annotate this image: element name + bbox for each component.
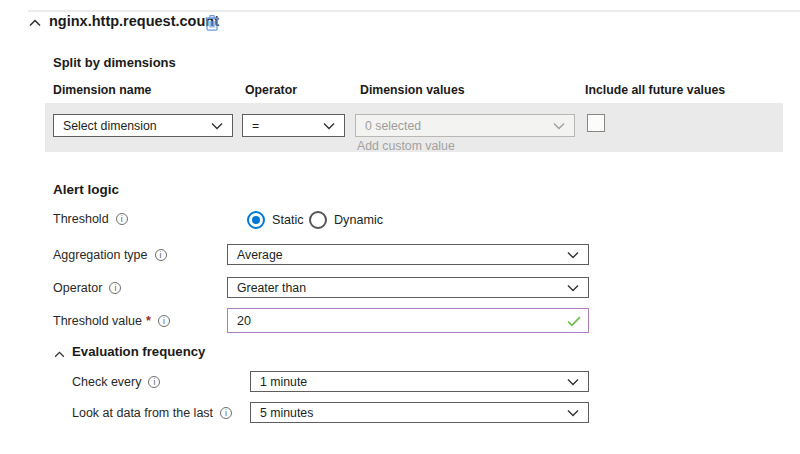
dimension-operator-dropdown[interactable]: = <box>242 114 345 137</box>
chevron-down-icon <box>567 378 579 386</box>
dimension-name-dropdown-value: Select dimension <box>63 119 205 133</box>
chevron-up-icon <box>54 351 65 358</box>
chevron-down-icon <box>567 409 579 417</box>
column-header-dimension-values: Dimension values <box>360 83 465 97</box>
collapse-evaluation-frequency-button[interactable] <box>52 349 66 359</box>
info-icon[interactable]: i <box>116 213 128 225</box>
info-icon[interactable]: i <box>220 407 232 419</box>
dimension-values-dropdown-value: 0 selected <box>365 119 547 133</box>
dimension-name-dropdown[interactable]: Select dimension <box>53 114 233 137</box>
info-icon[interactable]: i <box>109 282 121 294</box>
dimension-values-dropdown[interactable]: 0 selected <box>355 114 575 137</box>
alert-logic-heading: Alert logic <box>53 182 119 197</box>
chevron-down-icon <box>553 122 565 130</box>
dimension-operator-dropdown-value: = <box>252 119 317 133</box>
chevron-down-icon <box>211 122 223 130</box>
aggregation-type-dropdown[interactable]: Average <box>227 244 589 265</box>
aggregation-type-label: Aggregation type i <box>53 248 167 262</box>
info-icon[interactable]: i <box>155 249 167 261</box>
threshold-dynamic-label[interactable]: Dynamic <box>334 213 383 227</box>
lookback-label: Look at data from the last i <box>72 406 232 420</box>
column-header-operator: Operator <box>245 83 297 97</box>
add-custom-value-link[interactable]: Add custom value <box>357 139 455 153</box>
threshold-label: Threshold i <box>53 212 128 226</box>
chevron-up-icon <box>29 19 41 27</box>
check-every-dropdown-value: 1 minute <box>260 375 561 389</box>
lookback-dropdown-value: 5 minutes <box>260 406 561 420</box>
info-icon[interactable]: i <box>158 315 170 327</box>
threshold-dynamic-radio[interactable] <box>309 211 327 229</box>
evaluation-frequency-heading: Evaluation frequency <box>72 344 205 359</box>
column-header-dimension-name: Dimension name <box>53 83 151 97</box>
operator-dropdown[interactable]: Greater than <box>227 277 589 298</box>
chevron-down-icon <box>323 122 335 130</box>
operator-dropdown-value: Greater than <box>237 281 561 295</box>
operator-label: Operator i <box>53 281 121 295</box>
split-by-dimensions-heading: Split by dimensions <box>53 55 176 70</box>
threshold-static-radio[interactable] <box>247 211 265 229</box>
threshold-static-label[interactable]: Static <box>272 213 304 227</box>
chevron-down-icon <box>567 251 579 259</box>
checkmark-icon <box>567 316 581 327</box>
column-header-include-future-values: Include all future values <box>585 83 725 97</box>
threshold-value-label: Threshold value * i <box>53 314 170 328</box>
check-every-dropdown[interactable]: 1 minute <box>250 371 589 392</box>
info-icon[interactable]: i <box>148 376 160 388</box>
chevron-down-icon <box>567 284 579 292</box>
radio-dot <box>252 216 260 224</box>
aggregation-type-dropdown-value: Average <box>237 248 561 262</box>
include-future-values-checkbox[interactable] <box>587 114 605 132</box>
trash-icon <box>205 15 219 31</box>
threshold-value-input[interactable] <box>227 308 589 333</box>
condition-title: nginx.http.request.count <box>49 13 219 29</box>
lookback-dropdown[interactable]: 5 minutes <box>250 402 589 423</box>
collapse-condition-button[interactable] <box>28 18 42 28</box>
metric-alert-condition-panel: nginx.http.request.count Split by dimens… <box>0 0 800 454</box>
check-every-label: Check every i <box>72 375 160 389</box>
required-asterisk: * <box>146 314 151 328</box>
delete-condition-button[interactable] <box>204 14 220 32</box>
top-divider <box>28 10 800 12</box>
